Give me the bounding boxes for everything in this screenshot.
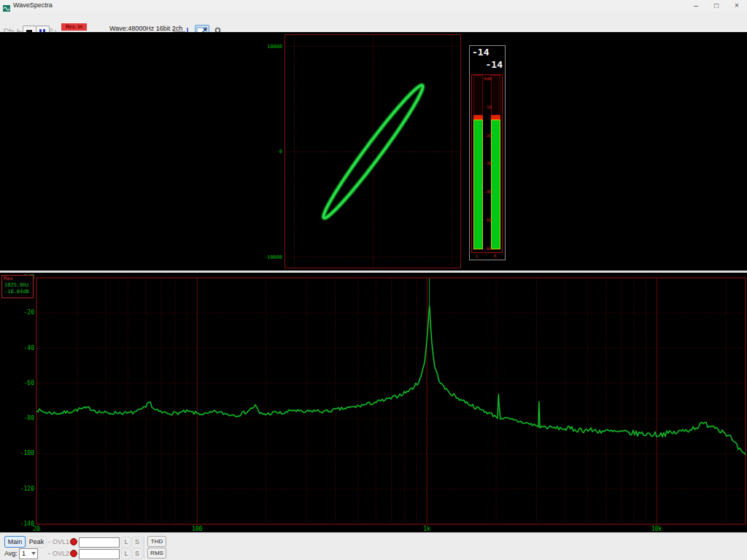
peak-readout-right: -14 [486,60,503,70]
level-meter-panel: -14 -14 0dB-10-20-30-40-50-60 L R [469,45,506,260]
meter-scale-label: -50 [483,217,492,222]
l-button-row2[interactable]: L [121,548,131,559]
meter-scale-label: 0dB [483,76,492,81]
dash-separator: - [48,550,50,557]
close-button[interactable]: × [727,0,747,12]
meter-channel-right-label: R [494,253,497,258]
spectrum-plot [0,273,747,532]
meter-channel-left-label: L [476,253,479,258]
avg-value: 1 [22,550,26,557]
window-title: WaveSpectra [13,1,53,9]
ovl1-led [70,538,77,545]
bottom-control-bar: Main Peak - OVL1 L S THD Avg: 1 - OVL2 L… [0,532,747,560]
meter-bar-left [473,120,483,249]
spectrum-y-tick-label: -60 [13,380,34,386]
peak-readout-left: -14 [472,47,489,58]
max-level-value: -16.04dB [2,289,33,295]
main-tab-button[interactable]: Main [4,536,26,548]
meter-scale-label: -10 [483,104,492,109]
spectrum-x-tick-label: 20 [26,526,47,532]
spectrum-y-tick-label: -100 [13,450,34,456]
rms-button[interactable]: RMS [147,548,166,559]
spectrum-y-tick-label: -120 [13,486,34,492]
avg-select[interactable]: 1 [19,548,38,559]
peak-toggle-button[interactable]: Peak [26,536,47,548]
ovl1-label: OVL1 [53,538,69,545]
spectrum-y-tick-label: -80 [13,415,34,421]
spectrum-y-tick-label: -40 [13,345,34,351]
meter-bar-right [491,120,500,249]
divider [144,535,144,559]
ovl2-input[interactable] [79,549,120,559]
app-window: WaveSpectra – □ × ↻ Rec. In Wave:48000Hz… [0,0,747,560]
lissajous-y-tick-label: 10000 [255,44,282,50]
spectrum-y-tick-label: -20 [13,309,34,316]
maximize-button[interactable]: □ [706,0,727,12]
meter-scale-label: -30 [483,160,492,166]
meter-scale-label: -20 [483,133,492,138]
meter-bar-left-unlit [473,75,483,115]
wave-format-status: Wave:48000Hz 16bit 2ch [109,25,182,32]
dash-separator: - [48,538,50,545]
spectrum-x-tick-label: 100 [187,526,207,532]
minimize-button[interactable]: – [686,0,706,12]
ovl2-label: OVL2 [53,550,69,557]
spectrum-x-tick-label: 1k [417,526,437,532]
titlebar: WaveSpectra – □ × [0,0,747,12]
rec-indicator: Rec. In [61,23,87,31]
lissajous-plot [0,32,747,271]
lissajous-y-tick-label: 0 [255,149,282,155]
avg-label: Avg: [4,550,18,557]
s-button-row2[interactable]: S [132,548,142,559]
lissajous-y-tick-label: -10000 [255,254,282,260]
meter-frame: 0dB-10-20-30-40-50-60 [471,74,503,253]
max-frequency-value: 1025.8Hz [2,282,33,289]
ovl1-input[interactable] [79,537,120,548]
thd-button[interactable]: THD [147,536,166,547]
ovl2-led [70,550,77,557]
spectrum-x-tick-label: 10k [646,526,667,532]
l-button-row1[interactable]: L [121,537,131,548]
meter-scale-label: -60 [483,246,492,251]
meter-scale-label: -40 [483,189,492,194]
chevron-down-icon [31,552,36,555]
s-button-row1[interactable]: S [132,537,142,548]
max-readout-box: Max 1025.8Hz -16.04dB [1,275,34,298]
toolbar: ↻ Rec. In Wave:48000Hz 16bit 2ch FFT:327… [0,12,747,33]
max-label: Max [2,276,33,282]
